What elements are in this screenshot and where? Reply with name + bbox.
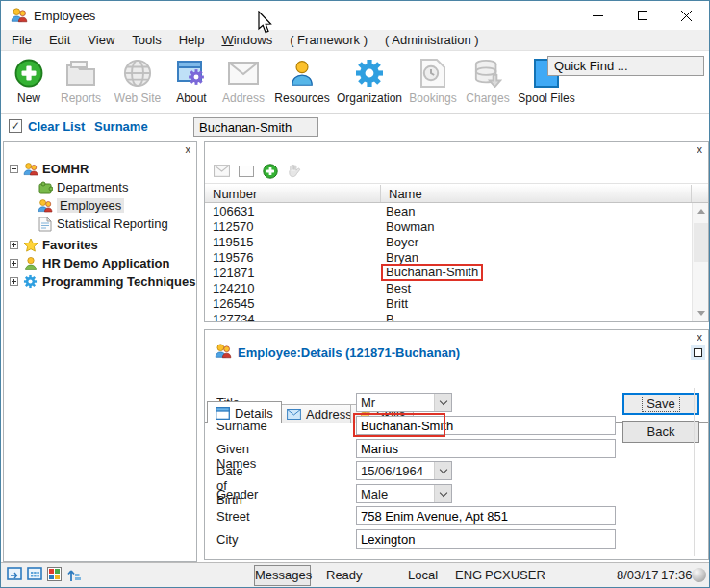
navigation-panel: x EOMHR Departments Employees Statistica… — [3, 141, 197, 562]
about-button[interactable]: About — [168, 57, 215, 105]
table-row-selected[interactable]: 121871 Buchanan-Smith — [205, 265, 692, 280]
details-tabs: Details Address Skills — [205, 366, 708, 388]
tab-details[interactable]: Details — [207, 401, 282, 423]
expand-icon[interactable] — [10, 241, 18, 249]
surname-filter-label: Surname — [94, 119, 148, 134]
tree-item-favorites[interactable]: Favorites — [4, 236, 196, 254]
column-header-name[interactable]: Name — [381, 185, 692, 202]
menu-tools[interactable]: Tools — [123, 30, 169, 51]
chevron-down-icon[interactable] — [434, 485, 451, 502]
scrollbar-thumb[interactable] — [694, 223, 708, 262]
reports-button: Reports — [55, 57, 107, 105]
color-grid-icon[interactable] — [47, 567, 62, 584]
expand-icon[interactable] — [10, 259, 18, 268]
given-names-field[interactable] — [356, 439, 616, 458]
gear-icon — [22, 274, 38, 290]
scroll-down-button[interactable] — [693, 305, 709, 321]
chevron-down-icon[interactable] — [434, 394, 451, 411]
maximize-button[interactable] — [621, 1, 664, 30]
details-title: Employee:Details (121871-Buchanan) — [238, 345, 460, 360]
tree-item-departments[interactable]: Departments — [4, 178, 196, 196]
menu-framework[interactable]: ( Framework ) — [281, 30, 376, 51]
employee-table: 106631 Bean 112570 Bowman 119515 Boyer 1… — [205, 203, 692, 321]
menu-administration[interactable]: ( Administration ) — [376, 30, 488, 51]
hand-icon[interactable] — [287, 164, 301, 178]
list-header-row: Number Name — [205, 185, 708, 203]
puzzle-icon — [37, 180, 53, 195]
table-row[interactable]: 119515 Boyer — [205, 234, 692, 249]
main-toolbar: New Reports Web Site About Address — [1, 51, 709, 114]
sort-ascending-icon[interactable] — [66, 567, 82, 585]
window-icon — [216, 407, 230, 420]
window-title: Employees — [34, 9, 95, 23]
tree-item-employees[interactable]: Employees — [4, 196, 196, 215]
back-button[interactable]: Back — [622, 421, 699, 443]
status-sphere-icon — [692, 568, 706, 582]
expand-icon[interactable] — [10, 277, 18, 286]
table-row[interactable]: 124210 Best — [205, 280, 692, 295]
list-toolbar — [205, 159, 708, 184]
gender-label: Gender — [216, 487, 258, 501]
table-row[interactable]: 106631 Bean — [205, 203, 692, 218]
clear-list-checkbox[interactable]: ✓ — [9, 119, 22, 133]
menu-edit[interactable]: Edit — [40, 30, 79, 51]
tree-item-programming-techniques[interactable]: Programming Techniques — [4, 272, 196, 291]
menu-bar: File Edit View Tools Help Windows ( Fram… — [1, 30, 709, 51]
details-close-button[interactable]: x — [696, 331, 705, 343]
windows-grid-icon[interactable] — [27, 567, 42, 583]
tree-item-eomhr[interactable]: EOMHR — [4, 160, 196, 178]
maximize-icon — [638, 11, 647, 20]
quick-find-input[interactable] — [547, 56, 704, 76]
close-button[interactable] — [665, 1, 708, 30]
new-button[interactable]: New — [7, 57, 51, 105]
city-field[interactable] — [356, 529, 616, 549]
mail-icon[interactable] — [214, 165, 230, 177]
menu-help[interactable]: Help — [170, 30, 214, 51]
date-of-birth-dropdown[interactable]: 15/06/1964 — [356, 461, 452, 480]
employee-list-close-button[interactable]: x — [696, 143, 705, 155]
maximize-icon — [694, 348, 702, 357]
menu-file[interactable]: File — [3, 30, 40, 51]
chevron-down-icon[interactable] — [434, 462, 451, 479]
status-time: 17:36 — [661, 568, 693, 582]
star-icon — [22, 238, 38, 253]
database-icon — [473, 57, 502, 89]
street-field[interactable] — [356, 506, 616, 525]
resources-button[interactable]: Resources — [272, 57, 332, 105]
save-button[interactable]: Save — [622, 393, 699, 415]
minimize-button[interactable] — [576, 1, 620, 30]
column-header-number[interactable]: Number — [205, 185, 381, 202]
table-row[interactable]: 119576 Bryan — [205, 249, 692, 265]
messages-button[interactable]: Messages — [254, 565, 311, 586]
people-icon — [37, 198, 53, 214]
status-language: ENG — [455, 568, 482, 582]
scroll-up-button[interactable] — [693, 203, 709, 219]
menu-view[interactable]: View — [79, 30, 123, 51]
table-row[interactable]: 112570 Bowman — [205, 218, 692, 234]
add-icon[interactable] — [263, 164, 278, 179]
arrow-up-icon — [697, 209, 705, 214]
gender-dropdown[interactable]: Male — [356, 484, 452, 503]
window-icon[interactable] — [239, 166, 254, 177]
table-row[interactable]: 127734 B — [205, 311, 692, 321]
table-row[interactable]: 126545 Britt — [205, 295, 692, 311]
surname-field[interactable] — [356, 416, 616, 435]
employee-details-panel: x Employee:Details (121871-Buchanan) Det… — [204, 329, 709, 560]
tree-item-statistical-reporting[interactable]: Statistical Reporting — [4, 215, 196, 233]
highlight-red-box: Buchanan-Smith — [381, 264, 483, 281]
column-header-filler — [692, 185, 708, 202]
details-maximize-button[interactable] — [691, 345, 705, 360]
vertical-scrollbar[interactable] — [692, 203, 708, 321]
navigation-panel-close-button[interactable]: x — [184, 143, 193, 155]
restore-window-icon[interactable] — [7, 567, 22, 583]
menu-windows[interactable]: Windows — [213, 30, 281, 51]
tree-item-hr-demo-application[interactable]: HR Demo Application — [4, 254, 196, 272]
city-label: City — [216, 532, 238, 547]
title-dropdown[interactable]: Mr — [356, 393, 452, 412]
title-bar: Employees — [1, 1, 709, 30]
organization-button[interactable]: Organization — [336, 57, 403, 105]
surname-filter-input[interactable] — [193, 117, 318, 137]
close-icon — [681, 11, 692, 21]
people-icon — [215, 343, 232, 360]
collapse-icon[interactable] — [10, 165, 18, 173]
